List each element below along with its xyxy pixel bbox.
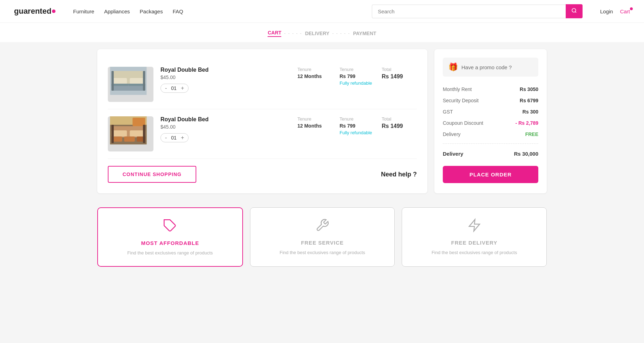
promo-text: Have a promo code ? [461,64,512,70]
tenure2-label-1: Tenure [340,67,375,72]
order-summary: 🎁 Have a promo code ? Monthly Rent Rs 30… [434,49,547,193]
step-delivery[interactable]: DELIVERY [305,31,330,36]
total-label-2: Total [382,116,417,122]
feature-card-affordable: MOST AFFORDABLE Find the best exclusives… [97,207,243,267]
delivery-label: Delivery [443,131,461,137]
monthly-rent-row: Monthly Rent Rs 3050 [443,84,538,95]
feature-desc-affordable: Find the best exclusives range of produc… [127,250,213,255]
svg-rect-16 [130,130,145,137]
qty-control-1: - 01 + [160,84,189,93]
svg-rect-15 [112,130,127,137]
delivery-row: Delivery FREE [443,129,538,140]
cart-bottom: CONTINUE SHOPPING Need help ? [108,166,417,183]
svg-rect-10 [143,71,145,91]
features-section: MOST AFFORDABLE Find the best exclusives… [76,200,568,281]
nav-faq[interactable]: FAQ [173,8,183,14]
item-details-2: Royal Double Bed $45.00 - 01 + [160,116,290,142]
refundable-1: Fully refundable [340,80,375,86]
feature-title-delivery: FREE DELIVERY [451,240,498,246]
total-value-1: Rs 1499 [382,73,417,80]
tenure-label-1: Tenure [297,67,333,72]
qty-control-2: - 01 + [160,133,189,142]
wrench-icon [315,218,329,235]
delivery-value: FREE [525,131,538,137]
gst-row: GST Rs 300 [443,106,538,117]
cart-link[interactable]: Cart [620,8,630,14]
need-help-text: Need help ? [381,171,417,178]
qty-plus-2[interactable]: + [181,135,184,141]
tenure-label-2: Tenure [297,116,333,122]
feature-desc-service: Find the best exclusives range of produc… [280,250,365,255]
monthly-rent-value: Rs 3050 [520,86,538,92]
item-total-col-2: Total Rs 1499 [382,116,417,129]
cart-badge [630,7,633,10]
logo-text: guarented [14,7,51,16]
step-divider-2: - - - - - [332,31,350,36]
qty-minus-1[interactable]: - [165,85,167,91]
item-image-2 [108,116,153,151]
search-input[interactable] [372,5,566,18]
total-value: Rs 30,000 [514,151,538,157]
svg-line-1 [575,12,576,13]
step-payment[interactable]: PAYMENT [353,31,376,36]
cart-item-2: Royal Double Bed $45.00 - 01 + Tenure 12… [108,109,417,159]
promo-icon: 🎁 [448,63,458,72]
qty-value-2: 01 [171,135,177,141]
coupon-discount-label: Coupoun Discount [443,120,483,126]
gst-label: GST [443,109,453,115]
item-name-2: Royal Double Bed [160,116,290,123]
svg-rect-6 [130,78,145,84]
header-actions: Login Cart [600,8,630,14]
bed-image-2 [108,116,149,144]
step-cart[interactable]: CART [268,30,281,37]
coupon-discount-row: Coupoun Discount - Rs 2,789 [443,117,538,129]
svg-rect-8 [129,84,145,86]
svg-rect-7 [112,84,129,86]
tenure2-label-2: Tenure [340,116,375,122]
summary-divider [443,143,538,144]
item-total-col-1: Total Rs 1499 [382,67,417,80]
item-name-1: Royal Double Bed [160,67,290,73]
svg-rect-21 [112,125,114,143]
nav-furniture[interactable]: Furniture [73,8,94,14]
bed-image-1 [108,67,149,95]
qty-minus-2[interactable]: - [165,135,167,141]
qty-value-1: 01 [171,85,177,91]
svg-rect-5 [112,78,127,84]
nav-packages[interactable]: Packages [140,8,163,14]
tenure2-value-1: Rs 799 [340,73,375,79]
feature-title-service: FREE SERVICE [301,240,344,246]
search-icon [571,8,577,13]
item-image-1 [108,67,153,102]
cart-item: Royal Double Bed $45.00 - 01 + Tenure 12… [108,60,417,109]
total-row: Delivery Rs 30,000 [443,147,538,160]
feature-card-delivery: FREE DELIVERY Find the best exclusives r… [402,207,547,267]
place-order-button[interactable]: PLACE ORDER [443,166,538,183]
logo[interactable]: guarented [14,7,55,16]
total-value-2: Rs 1499 [382,123,417,129]
cart-section: Royal Double Bed $45.00 - 01 + Tenure 12… [97,49,427,193]
feature-title-affordable: MOST AFFORDABLE [141,240,199,246]
continue-shopping-button[interactable]: CONTINUE SHOPPING [108,166,196,183]
refundable-2: Fully refundable [340,130,375,135]
svg-rect-22 [143,125,145,143]
main-content: Royal Double Bed $45.00 - 01 + Tenure 12… [76,42,568,200]
tag-icon [163,219,177,236]
item-tenure-col-1: Tenure 12 Months [297,67,333,79]
step-divider-1: - - - - - [284,31,302,36]
tenure-value-2: 12 Months [297,123,333,129]
total-label: Delivery [443,151,463,157]
security-deposit-value: Rs 6799 [520,98,538,103]
item-price-1: $45.00 [160,75,290,80]
security-deposit-row: Security Deposit Rs 6799 [443,95,538,106]
nav-appliances[interactable]: Appliances [104,8,130,14]
login-link[interactable]: Login [600,8,613,14]
item-price-2: $45.00 [160,124,290,130]
feature-card-service: FREE SERVICE Find the best exclusives ra… [250,207,395,267]
main-nav: Furniture Appliances Packages FAQ [73,8,183,14]
promo-code-box[interactable]: 🎁 Have a promo code ? [443,58,538,77]
qty-plus-1[interactable]: + [181,85,184,91]
security-deposit-label: Security Deposit [443,98,479,103]
search-button[interactable] [566,4,583,18]
coupon-discount-value: - Rs 2,789 [515,120,538,126]
